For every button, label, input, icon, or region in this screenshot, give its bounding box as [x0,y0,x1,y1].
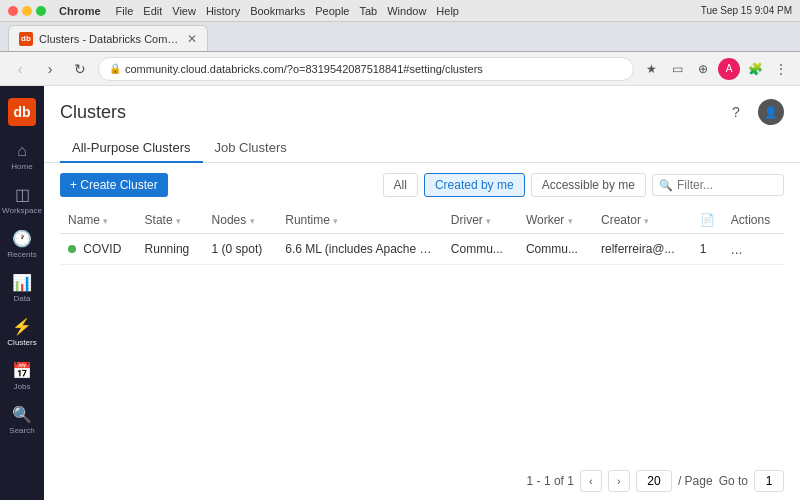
lock-icon: 🔒 [109,63,121,74]
minimize-window-button[interactable] [22,6,32,16]
creator-sort-icon[interactable]: ▾ [644,216,649,226]
col-state: State ▾ [137,207,204,234]
screen-cast-icon[interactable]: ▭ [666,58,688,80]
sidebar-item-clusters[interactable]: ⚡ Clusters [0,310,44,354]
goto-page-input[interactable] [754,470,784,492]
table-row: COVID Running 1 (0 spot) 6.6 ML (include… [60,234,784,265]
url-icons: ★ ▭ ⊕ A 🧩 ⋮ [640,58,792,80]
col-driver: Driver ▾ [443,207,518,234]
sidebar-item-search[interactable]: 🔍 Search [0,398,44,442]
toolbar: + Create Cluster All Created by me Acces… [44,163,800,207]
search-label: Search [9,426,34,435]
cell-state: Running [137,234,204,265]
header-actions: ? 👤 [722,98,784,126]
worker-sort-icon[interactable]: ▾ [568,216,573,226]
menu-tab[interactable]: Tab [359,5,377,17]
nodes-sort-icon[interactable]: ▾ [250,216,255,226]
traffic-lights [8,6,46,16]
filter-all-button[interactable]: All [383,173,418,197]
sidebar: db ⌂ Home ◫ Workspace 🕐 Recents 📊 Data ⚡… [0,86,44,500]
main-content: Clusters ? 👤 All-Purpose Clusters Job Cl… [44,86,800,500]
url-display[interactable]: community.cloud.databricks.com/?o=831954… [125,63,623,75]
runtime-sort-icon[interactable]: ▾ [333,216,338,226]
page-title: Clusters [60,102,126,123]
home-icon: ⌂ [17,142,27,160]
tab-job-clusters[interactable]: Job Clusters [203,134,299,163]
active-tab[interactable]: db Clusters - Databricks Commu... ✕ [8,25,208,51]
sidebar-item-jobs[interactable]: 📅 Jobs [0,354,44,398]
tabs-bar: All-Purpose Clusters Job Clusters [44,126,800,163]
zoom-icon[interactable]: ⊕ [692,58,714,80]
menu-help[interactable]: Help [436,5,459,17]
status-dot [68,245,76,253]
maximize-window-button[interactable] [36,6,46,16]
url-bar: ‹ › ↻ 🔒 community.cloud.databricks.com/?… [0,52,800,86]
title-bar-right: Tue Sep 15 9:04 PM [701,5,792,16]
close-window-button[interactable] [8,6,18,16]
state-sort-icon[interactable]: ▾ [176,216,181,226]
clusters-label: Clusters [7,338,36,347]
bookmark-icon[interactable]: ★ [640,58,662,80]
cell-spark: 1 [692,234,723,265]
driver-sort-icon[interactable]: ▾ [486,216,491,226]
databricks-logo: db [8,98,36,126]
pagination-info: 1 - 1 of 1 [527,474,574,488]
next-page-button[interactable]: › [608,470,630,492]
tab-title: Clusters - Databricks Commu... [39,33,181,45]
cell-nodes: 1 (0 spot) [204,234,278,265]
col-spark: 📄 [692,207,723,234]
reload-button[interactable]: ↻ [68,57,92,81]
tab-all-purpose[interactable]: All-Purpose Clusters [60,134,203,163]
app-layout: db ⌂ Home ◫ Workspace 🕐 Recents 📊 Data ⚡… [0,86,800,500]
page-size-input[interactable] [636,470,672,492]
goto-label: Go to [719,474,748,488]
sidebar-item-workspace[interactable]: ◫ Workspace [0,178,44,222]
menu-view[interactable]: View [172,5,196,17]
back-button[interactable]: ‹ [8,57,32,81]
recents-label: Recents [7,250,36,259]
create-cluster-button[interactable]: + Create Cluster [60,173,168,197]
menu-file[interactable]: File [116,5,134,17]
chrome-tabs-bar: db Clusters - Databricks Commu... ✕ [0,22,800,52]
app-name: Chrome [59,5,101,17]
menu-edit[interactable]: Edit [143,5,162,17]
name-sort-icon[interactable]: ▾ [103,216,108,226]
menu-window[interactable]: Window [387,5,426,17]
workspace-icon: ◫ [15,185,30,204]
prev-page-button[interactable]: ‹ [580,470,602,492]
filter-search-container: 🔍 [652,174,784,196]
clusters-icon: ⚡ [12,317,32,336]
filter-search-input[interactable] [677,178,777,192]
menu-bookmarks[interactable]: Bookmarks [250,5,305,17]
filter-created-by-me-button[interactable]: Created by me [424,173,525,197]
extensions-icon[interactable]: 🧩 [744,58,766,80]
col-nodes: Nodes ▾ [204,207,278,234]
home-label: Home [11,162,32,171]
pagination: 1 - 1 of 1 ‹ › / Page Go to [44,462,800,500]
page-header: Clusters ? 👤 [44,86,800,126]
cell-actions: ... [723,234,784,265]
filter-accessible-by-me-button[interactable]: Accessible by me [531,173,646,197]
table-container: Name ▾ State ▾ Nodes ▾ Runtime [44,207,800,462]
sidebar-item-home[interactable]: ⌂ Home [0,134,44,178]
cell-driver: Commu... [443,234,518,265]
title-bar: Chrome File Edit View History Bookmarks … [0,0,800,22]
user-button[interactable]: 👤 [758,99,784,125]
profile-icon[interactable]: A [718,58,740,80]
menu-people[interactable]: People [315,5,349,17]
tab-favicon: db [19,32,33,46]
spark-col-icon: 📄 [700,213,715,227]
col-worker: Worker ▾ [518,207,593,234]
col-runtime: Runtime ▾ [277,207,443,234]
recents-icon: 🕐 [12,229,32,248]
col-name: Name ▾ [60,207,137,234]
help-button[interactable]: ? [722,98,750,126]
row-actions-button[interactable]: ... [731,241,743,257]
sidebar-item-data[interactable]: 📊 Data [0,266,44,310]
forward-button[interactable]: › [38,57,62,81]
tab-close-button[interactable]: ✕ [187,32,197,46]
data-icon: 📊 [12,273,32,292]
sidebar-item-recents[interactable]: 🕐 Recents [0,222,44,266]
chrome-menu-icon[interactable]: ⋮ [770,58,792,80]
menu-history[interactable]: History [206,5,240,17]
